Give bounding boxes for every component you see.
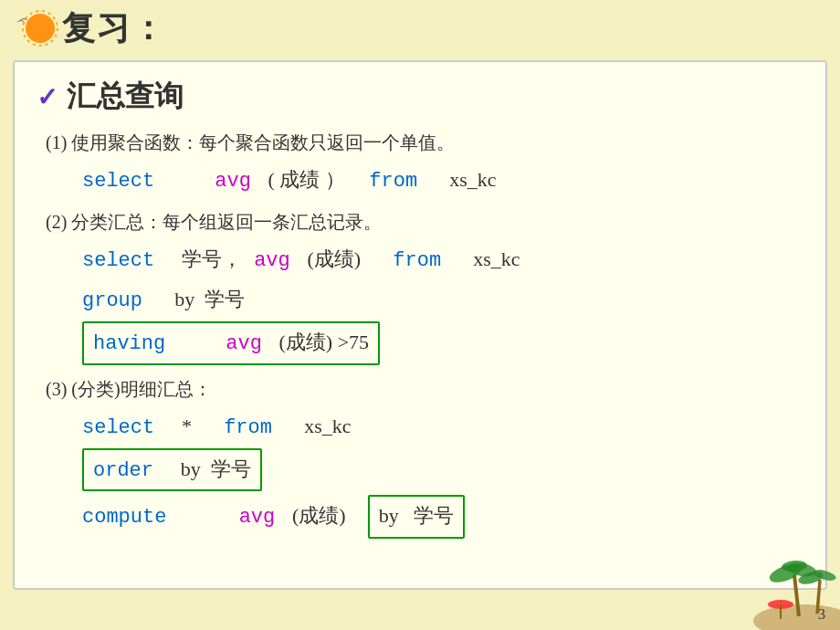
sub2-code2: group by 学号 (82, 282, 803, 318)
page-title: 复习： (62, 6, 166, 51)
sub3-code3: compute avg (成绩) by 学号 (82, 495, 803, 538)
having-highlight-box: having avg (成绩) >75 (82, 321, 380, 364)
sub3-title: (3) (分类)明细汇总： (46, 374, 803, 404)
section-title: ✓ 汇总查询 (37, 77, 803, 117)
section-title-text: 汇总查询 (67, 77, 184, 117)
sub3-code1: select * from xs_kc (82, 409, 803, 445)
sub2-title: (2) 分类汇总：每个组返回一条汇总记录。 (46, 207, 803, 236)
subsection-1: (1) 使用聚合函数：每个聚合函数只返回一个单值。 select avg ( 成… (46, 128, 803, 198)
checkmark-icon: ✓ (37, 82, 58, 112)
sun-icon (15, 5, 62, 52)
sub2-code1: select 学号， avg (成绩) from xs_kc (82, 242, 803, 278)
page-number: 3 (818, 606, 825, 623)
header: 复习： (0, 0, 840, 57)
order-highlight-box: order by 学号 (82, 448, 262, 491)
subsection-3: (3) (分类)明细汇总： select * from xs_kc order … (46, 374, 803, 539)
sub1-code1: select avg ( 成绩 ） from xs_kc (82, 163, 803, 198)
sub1-title: (1) 使用聚合函数：每个聚合函数只返回一个单值。 (46, 128, 803, 157)
svg-point-0 (26, 14, 55, 43)
subsection-2: (2) 分类汇总：每个组返回一条汇总记录。 select 学号， avg (成绩… (46, 207, 803, 364)
sub2-code3-highlighted: having avg (成绩) >75 (82, 321, 803, 364)
sub3-code2-highlighted: order by 学号 (82, 448, 803, 491)
main-content-box: ✓ 汇总查询 (1) 使用聚合函数：每个聚合函数只返回一个单值。 select … (13, 60, 827, 590)
compute-by-highlight-box: by 学号 (368, 495, 466, 538)
